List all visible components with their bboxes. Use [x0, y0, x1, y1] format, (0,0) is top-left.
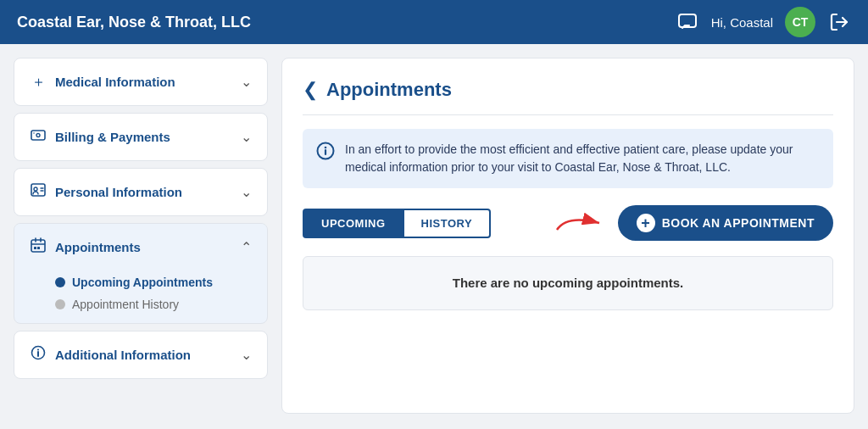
page-title: Appointments	[326, 79, 452, 101]
sidebar-item-additional-label: Additional Information	[55, 348, 191, 362]
sidebar-item-personal-information-header[interactable]: Personal Information ⌄	[14, 169, 267, 215]
info-box: In an effort to provide the most efficie…	[303, 129, 833, 188]
svg-rect-14	[37, 247, 40, 249]
info-message: In an effort to provide the most efficie…	[345, 141, 820, 176]
sidebar-item-additional-information-header[interactable]: Additional Information ⌄	[14, 332, 267, 378]
sidebar-item-billing-payments: Billing & Payments ⌄	[14, 113, 268, 161]
info-circle-icon	[316, 142, 335, 164]
empty-state-box: There are no upcoming appointments.	[303, 256, 833, 310]
tab-upcoming[interactable]: UPCOMING	[303, 209, 403, 238]
sidebar-item-additional-information: Additional Information ⌄	[14, 331, 268, 379]
svg-point-6	[34, 187, 37, 191]
sidebar-item-medical-information-header[interactable]: ＋ Medical Information ⌄	[14, 58, 267, 105]
svg-rect-9	[31, 240, 45, 252]
svg-point-3	[36, 134, 40, 137]
svg-rect-13	[34, 247, 36, 249]
sidebar-subitem-appointment-history[interactable]: Appointment History	[55, 296, 252, 313]
upcoming-appointments-label: Upcoming Appointments	[72, 276, 213, 289]
app-title: Coastal Ear, Nose & Throat, LLC	[17, 14, 251, 31]
tabs-group: UPCOMING HISTORY	[303, 209, 491, 238]
personal-information-icon	[30, 182, 47, 202]
svg-point-20	[325, 147, 327, 149]
sidebar-item-medical-information-label: Medical Information	[55, 75, 175, 89]
header-right: Hi, Coastal CT	[676, 7, 851, 37]
billing-icon	[30, 127, 47, 147]
sidebar: ＋ Medical Information ⌄ Billing	[14, 58, 268, 414]
chevron-up-icon: ⌃	[241, 239, 252, 255]
chevron-down-icon: ⌄	[241, 184, 252, 200]
sidebar-item-personal-information: Personal Information ⌄	[14, 168, 268, 216]
appointments-sub-items: Upcoming Appointments Appointment Histor…	[14, 270, 267, 323]
chevron-down-icon: ⌄	[241, 129, 252, 145]
pointer-arrow-icon	[550, 211, 609, 235]
empty-state-message: There are no upcoming appointments.	[453, 276, 684, 290]
content-area: ❮ Appointments In an effort to provide t…	[281, 58, 854, 414]
sidebar-item-billing-label: Billing & Payments	[55, 130, 170, 144]
svg-point-17	[37, 348, 39, 350]
app-header: Coastal Ear, Nose & Throat, LLC Hi, Coas…	[0, 0, 868, 44]
main-layout: ＋ Medical Information ⌄ Billing	[0, 44, 868, 427]
content-header: ❮ Appointments	[303, 79, 833, 115]
chevron-down-icon: ⌄	[241, 74, 252, 90]
greeting-text: Hi, Coastal	[711, 15, 773, 30]
svg-rect-2	[31, 131, 45, 140]
sidebar-subitem-upcoming-appointments[interactable]: Upcoming Appointments	[55, 274, 252, 291]
avatar[interactable]: CT	[785, 7, 815, 37]
sidebar-item-billing-payments-header[interactable]: Billing & Payments ⌄	[14, 114, 267, 160]
history-dot	[55, 299, 65, 309]
chat-icon[interactable]	[676, 10, 699, 34]
medical-information-icon: ＋	[30, 72, 47, 92]
tab-history[interactable]: HISTORY	[403, 209, 492, 238]
sidebar-item-appointments-header[interactable]: Appointments ⌃	[14, 224, 267, 270]
plus-icon: +	[637, 214, 655, 232]
back-arrow-icon[interactable]: ❮	[303, 79, 318, 101]
book-appointment-button[interactable]: + BOOK AN APPOINTMENT	[618, 205, 833, 241]
upcoming-dot	[55, 277, 65, 287]
sidebar-item-appointments: Appointments ⌃ Upcoming Appointments App…	[14, 223, 268, 324]
additional-information-icon	[30, 345, 47, 365]
sidebar-item-medical-information: ＋ Medical Information ⌄	[14, 58, 268, 106]
appointments-icon	[30, 237, 47, 257]
sidebar-item-personal-label: Personal Information	[55, 185, 182, 199]
tabs-row: UPCOMING HISTORY + BOOK AN APPOINTMENT	[303, 205, 833, 241]
chevron-down-icon: ⌄	[241, 347, 252, 363]
logout-icon[interactable]	[827, 10, 851, 34]
sidebar-item-appointments-label: Appointments	[55, 240, 141, 254]
appointment-history-label: Appointment History	[72, 298, 179, 311]
